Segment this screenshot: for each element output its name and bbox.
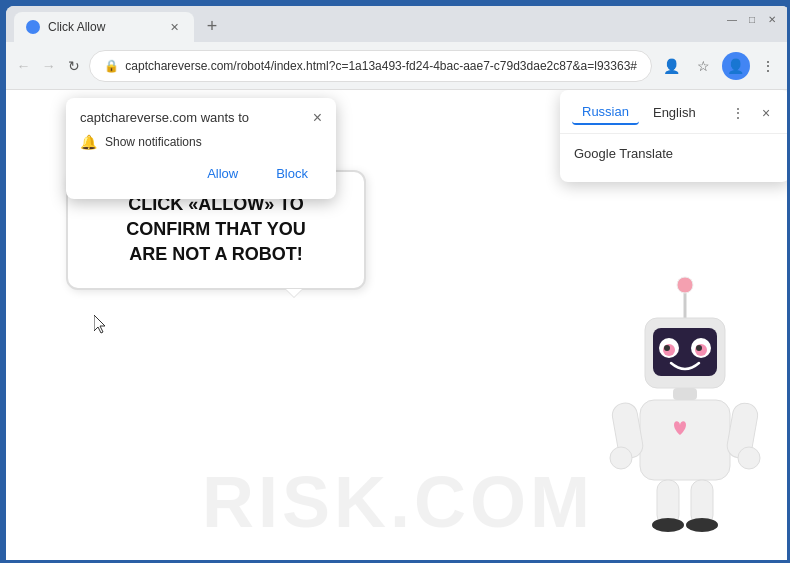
lock-icon: 🔒 [104,59,119,73]
active-tab[interactable]: Click Allow ✕ [14,12,194,42]
tab-title: Click Allow [48,20,158,34]
svg-point-18 [652,518,684,532]
notification-close-button[interactable]: × [313,110,322,126]
svg-rect-11 [640,400,730,480]
robot-illustration [580,263,790,563]
translate-tab-russian[interactable]: Russian [572,100,639,125]
svg-rect-10 [673,388,697,400]
speech-bubble-text: CLICK «ALLOW» TO CONFIRM THAT YOU ARE NO… [92,192,340,268]
profile-button[interactable]: 👤 [722,52,750,80]
more-button[interactable]: ⋮ [754,52,782,80]
notification-content: 🔔 Show notifications [80,134,322,150]
notification-buttons: Allow Block [80,160,322,187]
close-button[interactable]: ✕ [766,13,778,25]
new-tab-button[interactable]: + [198,12,226,40]
tab-bar: Click Allow ✕ + [6,6,790,42]
reload-button[interactable]: ↻ [64,52,83,80]
svg-point-1 [677,277,693,293]
notification-description: Show notifications [105,135,202,149]
translate-more-button[interactable]: ⋮ [726,101,750,125]
back-button[interactable]: ← [14,52,33,80]
window-controls: — □ ✕ [726,13,778,25]
address-actions: 👤 ☆ 👤 ⋮ [658,52,782,80]
address-bar: ← → ↻ 🔒 captchareverse.com/robot4/index.… [6,42,790,90]
notification-popup: captchareverse.com wants to × 🔔 Show not… [66,98,336,199]
translate-tab-english[interactable]: English [643,101,706,124]
address-input[interactable]: 🔒 captchareverse.com/robot4/index.html?c… [89,50,652,82]
page-content: RISK.COM captchareverse.com wants to × 🔔… [6,90,790,563]
translate-actions: ⋮ × [726,101,778,125]
minimize-button[interactable]: — [726,13,738,25]
translate-popup: Russian English ⋮ × Google Translate [560,90,790,182]
translate-header: Russian English ⋮ × [560,100,790,134]
tab-close-button[interactable]: ✕ [166,19,182,35]
watermark: RISK.COM [202,461,594,543]
svg-point-8 [664,345,670,351]
maximize-button[interactable]: □ [746,13,758,25]
tab-favicon [26,20,40,34]
svg-point-9 [696,345,702,351]
forward-button[interactable]: → [39,52,58,80]
svg-point-19 [686,518,718,532]
translate-close-button[interactable]: × [754,101,778,125]
block-button[interactable]: Block [262,160,322,187]
svg-point-15 [738,447,760,469]
allow-button[interactable]: Allow [193,160,252,187]
translate-content: Google Translate [560,134,790,172]
svg-point-14 [610,447,632,469]
bell-icon: 🔔 [80,134,97,150]
translate-service-label: Google Translate [574,146,673,161]
accounts-button[interactable]: 👤 [658,52,686,80]
notification-header: captchareverse.com wants to × [80,110,322,126]
notification-title: captchareverse.com wants to [80,110,249,125]
bookmark-button[interactable]: ☆ [690,52,718,80]
mouse-cursor [94,315,106,333]
url-text: captchareverse.com/robot4/index.html?c=1… [125,59,637,73]
